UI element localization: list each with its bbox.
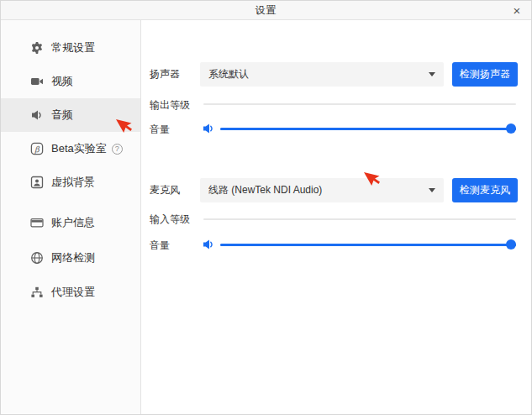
sidebar-item-network-test[interactable]: 网络检测 <box>1 241 140 275</box>
sidebar-item-proxy-settings[interactable]: 代理设置 <box>1 276 140 309</box>
sidebar-item-video[interactable]: 视频 <box>1 65 140 98</box>
sidebar-item-virtual-background[interactable]: 虚拟背景 <box>1 165 140 199</box>
settings-sidebar: 常规设置视频音频βBeta实验室?虚拟背景账户信息网络检测代理设置 <box>1 20 141 415</box>
sidebar-item-account-info[interactable]: 账户信息 <box>1 206 140 239</box>
dialog-title: 设置 <box>255 3 277 18</box>
mic-device-value: 线路 (NewTek NDI Audio) <box>208 183 429 197</box>
mic-label: 麦克风 <box>150 178 180 202</box>
help-icon[interactable]: ? <box>112 144 123 155</box>
sidebar-item-label: 网络检测 <box>51 250 95 265</box>
input-level-label: 输入等级 <box>150 213 190 227</box>
card-icon <box>30 216 44 229</box>
speaker-volume-slider[interactable] <box>220 123 516 134</box>
sidebar-item-beta-lab[interactable]: βBeta实验室? <box>1 132 140 165</box>
sidebar-item-label: 代理设置 <box>51 285 95 300</box>
mic-volume-icon <box>202 238 215 251</box>
speaker-volume-icon <box>202 122 215 135</box>
gear-icon <box>30 41 44 55</box>
mic-volume-slider-knob[interactable] <box>506 239 516 250</box>
speaker-volume-label: 音量 <box>150 123 170 137</box>
mic-device-select[interactable]: 线路 (NewTek NDI Audio) <box>200 178 444 202</box>
input-level-meter <box>203 218 516 220</box>
speaker-icon <box>30 108 44 122</box>
proxy-icon <box>30 286 44 299</box>
sidebar-item-label: 虚拟背景 <box>51 175 95 190</box>
title-bar: 设置 × <box>1 1 531 20</box>
chevron-down-icon <box>429 188 435 192</box>
svg-text:β: β <box>34 144 40 154</box>
close-icon: × <box>514 3 521 18</box>
output-level-label: 输出等级 <box>150 98 190 113</box>
test-mic-button[interactable]: 检测麦克风 <box>452 178 518 202</box>
portrait-icon <box>30 176 44 189</box>
speaker-device-select[interactable]: 系统默认 <box>200 62 444 87</box>
audio-settings-panel: 扬声器 系统默认 检测扬声器 输出等级 音量 麦克风 线路 (Ne <box>141 20 532 415</box>
chevron-down-icon <box>429 72 435 76</box>
video-camera-icon <box>30 75 44 88</box>
mic-volume-label: 音量 <box>150 239 170 253</box>
sidebar-item-label: Beta实验室 <box>51 141 107 156</box>
sidebar-item-label: 常规设置 <box>51 40 95 55</box>
sidebar-item-audio[interactable]: 音频 <box>1 98 140 132</box>
sidebar-item-label: 音频 <box>51 108 73 123</box>
speaker-device-value: 系统默认 <box>208 67 429 81</box>
close-button[interactable]: × <box>508 1 526 19</box>
test-speaker-button[interactable]: 检测扬声器 <box>452 62 518 87</box>
settings-dialog: 设置 × 常规设置视频音频βBeta实验室?虚拟背景账户信息网络检测代理设置 扬… <box>0 0 532 415</box>
sidebar-item-label: 视频 <box>51 74 73 89</box>
speaker-volume-slider-knob[interactable] <box>506 123 516 134</box>
beta-icon: β <box>30 142 44 155</box>
output-level-meter <box>203 103 516 105</box>
sidebar-item-general[interactable]: 常规设置 <box>1 31 140 65</box>
mic-volume-slider[interactable] <box>220 239 516 250</box>
sidebar-item-label: 账户信息 <box>51 215 95 230</box>
globe-icon <box>30 251 44 265</box>
speaker-label: 扬声器 <box>150 62 180 87</box>
